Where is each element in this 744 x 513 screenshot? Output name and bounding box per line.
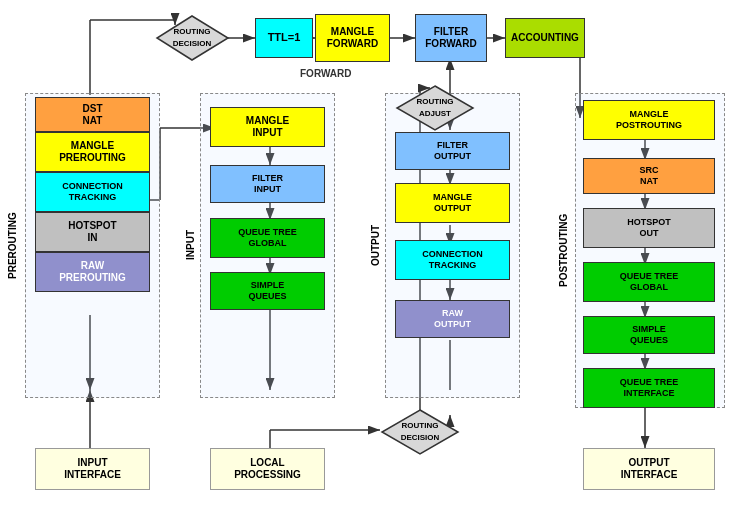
output-interface-box: OUTPUTINTERFACE xyxy=(583,448,715,490)
mangle-postrouting-box: MANGLEPOSTROUTING xyxy=(583,100,715,140)
prerouting-label: PREROUTING xyxy=(7,93,18,398)
raw-prerouting-box: RAWPREROUTING xyxy=(35,252,150,292)
ttl1-box: TTL=1 xyxy=(255,18,313,58)
svg-marker-40 xyxy=(157,16,228,60)
output-label: OUTPUT xyxy=(370,93,381,398)
mangle-input-box: MANGLEINPUT xyxy=(210,107,325,147)
simple-queues-in-box: SIMPLEQUEUES xyxy=(210,272,325,310)
hotspot-in-box: HOTSPOTIN xyxy=(35,212,150,252)
routing-adjust-diamond: ROUTING ADJUST xyxy=(395,84,475,132)
svg-marker-46 xyxy=(382,410,458,454)
filter-input-box: FILTERINPUT xyxy=(210,165,325,203)
svg-text:ADJUST: ADJUST xyxy=(419,109,451,118)
filter-forward-box: FILTERFORWARD xyxy=(415,14,487,62)
dst-nat-box: DSTNAT xyxy=(35,97,150,132)
raw-output-box: RAWOUTPUT xyxy=(395,300,510,338)
forward-label: FORWARD xyxy=(300,68,351,79)
accounting-box: ACCOUNTING xyxy=(505,18,585,58)
simple-queues-out-box: SIMPLEQUEUES xyxy=(583,316,715,354)
diagram: ROUTING DECISION TTL=1 MANGLEFORWARD FIL… xyxy=(0,0,744,513)
queue-tree-global-in-box: QUEUE TREEGLOBAL xyxy=(210,218,325,258)
src-nat-box: SRCNAT xyxy=(583,158,715,194)
postrouting-section xyxy=(575,93,725,408)
local-processing-box: LOCALPROCESSING xyxy=(210,448,325,490)
svg-marker-43 xyxy=(397,86,473,130)
queue-tree-global-out-box: QUEUE TREEGLOBAL xyxy=(583,262,715,302)
input-interface-box: INPUTINTERFACE xyxy=(35,448,150,490)
queue-tree-interface-box: QUEUE TREEINTERFACE xyxy=(583,368,715,408)
svg-text:ROUTING: ROUTING xyxy=(174,27,211,36)
input-label: INPUT xyxy=(185,93,196,398)
hotspot-out-box: HOTSPOTOUT xyxy=(583,208,715,248)
mangle-forward-box: MANGLEFORWARD xyxy=(315,14,390,62)
routing-decision-bottom: ROUTING DECISION xyxy=(380,408,460,456)
connection-tracking-in-box: CONNECTIONTRACKING xyxy=(35,172,150,212)
routing-decision-top: ROUTING DECISION xyxy=(155,14,230,62)
mangle-prerouting-box: MANGLEPREROUTING xyxy=(35,132,150,172)
svg-text:ROUTING: ROUTING xyxy=(417,97,454,106)
svg-text:DECISION: DECISION xyxy=(173,39,212,48)
filter-output-box: FILTEROUTPUT xyxy=(395,132,510,170)
postrouting-label: POSTROUTING xyxy=(558,93,569,408)
svg-text:ROUTING: ROUTING xyxy=(402,421,439,430)
svg-text:DECISION: DECISION xyxy=(401,433,440,442)
mangle-output-box: MANGLEOUTPUT xyxy=(395,183,510,223)
connection-tracking-out-box: CONNECTIONTRACKING xyxy=(395,240,510,280)
